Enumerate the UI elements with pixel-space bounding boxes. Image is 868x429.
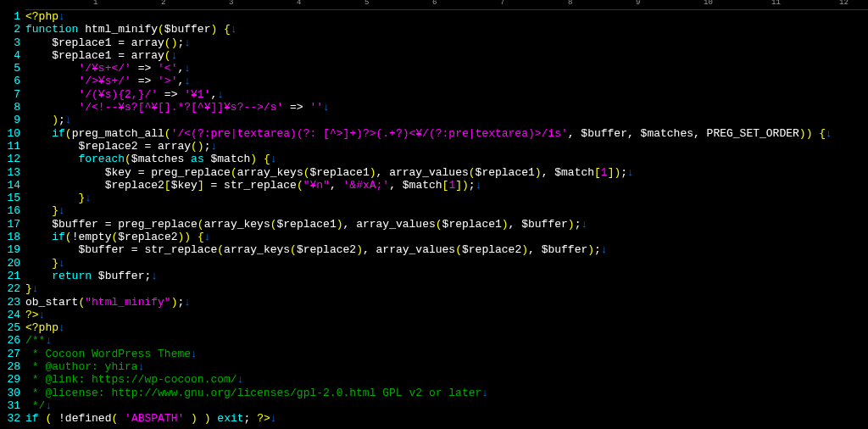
code-line[interactable]: * @link: https://wp-cocoon.com/↓ <box>25 373 868 386</box>
code-line[interactable]: * Cocoon WordPress Theme↓ <box>25 348 868 360</box>
code-line[interactable]: }↓ <box>25 257 868 270</box>
token-str: '/<!--¥s?[^¥[].*?[^¥]]¥s?-->/s' <box>78 101 283 114</box>
code-line[interactable]: $key = preg_replace(array_keys($replace1… <box>25 166 868 179</box>
token-eol: ↓ <box>58 204 65 217</box>
code-line[interactable]: }↓ <box>25 192 868 204</box>
token-eol: ↓ <box>39 309 46 321</box>
code-line[interactable]: '/(¥s){2,}/' => '¥1',↓ <box>25 88 868 101</box>
token-paren: ) <box>250 153 257 165</box>
code-line[interactable]: '/<!--¥s?[^¥[].*?[^¥]]¥s?-->/s' => ''↓ <box>25 101 868 114</box>
code-line[interactable]: return $buffer;↓ <box>25 270 868 282</box>
ruler-mark: 5 <box>364 0 369 9</box>
token-plain: = <box>138 140 158 153</box>
token-paren: ) <box>587 243 594 256</box>
token-plain: => <box>131 75 158 87</box>
code-area[interactable]: <?php↓function html_minify($buffer) {↓ $… <box>25 0 868 429</box>
token-str: '/(¥s){2,}/' <box>78 88 158 101</box>
token-plain <box>25 36 52 49</box>
code-line[interactable]: $replace2[$key] = str_replace("¥n", '&#x… <box>25 179 868 192</box>
token-var: $key <box>105 166 131 179</box>
token-func: preg_replace <box>118 218 198 231</box>
code-line[interactable]: $replace2 = array();↓ <box>25 140 868 153</box>
token-var: $buffer <box>521 218 568 231</box>
token-paren: ) <box>52 114 58 126</box>
token-plain: = <box>125 243 144 256</box>
code-line[interactable]: <?php↓ <box>25 10 868 23</box>
token-eol: ↓ <box>270 412 277 425</box>
token-var: $buffer <box>164 23 211 36</box>
token-var: $buffer <box>78 243 125 256</box>
code-line[interactable]: '/>¥s+/' => '>',↓ <box>25 75 868 87</box>
token-plain: , <box>693 127 707 140</box>
token-plain: , <box>343 218 357 231</box>
code-line[interactable]: if(preg_match_all('/<(?:pre|textarea)(?:… <box>25 127 868 140</box>
code-line[interactable]: }↓ <box>25 204 868 217</box>
token-func: array_values <box>376 243 456 256</box>
token-eol: ↓ <box>184 36 191 49</box>
code-line[interactable]: <?php↓ <box>25 321 868 334</box>
token-eol: ↓ <box>210 140 217 153</box>
token-eol: ↓ <box>191 348 198 360</box>
code-line[interactable]: $buffer = str_replace(array_keys($replac… <box>25 243 868 256</box>
token-var: $replace2 <box>297 243 356 256</box>
code-line[interactable]: foreach($matches as $match) {↓ <box>25 153 868 165</box>
token-str: "¥n" <box>303 179 330 192</box>
ruler-mark: 7 <box>500 0 504 9</box>
code-line[interactable]: if(!empty($replace2)) {↓ <box>25 231 868 243</box>
code-line[interactable]: /**↓ <box>25 334 868 347</box>
code-line[interactable]: * @author: yhira↓ <box>25 360 868 373</box>
token-plain: = <box>204 179 224 192</box>
code-line[interactable]: * @license: http://www.gnu.org/licenses/… <box>25 387 868 399</box>
token-paren: ) <box>568 218 575 231</box>
token-plain: = <box>131 166 151 179</box>
code-line[interactable]: ?>↓ <box>25 309 868 321</box>
token-var: $matches <box>641 127 693 140</box>
token-plain: = <box>111 36 131 49</box>
code-line[interactable]: );↓ <box>25 114 868 126</box>
token-eol: ↓ <box>184 296 191 309</box>
line-number: 16 <box>0 204 20 217</box>
line-number: 28 <box>0 360 20 373</box>
token-paren: } <box>52 257 58 270</box>
token-paren: ) <box>370 166 376 179</box>
token-paren: ) <box>356 243 363 256</box>
token-plain <box>118 412 125 425</box>
code-line[interactable]: $replace1 = array(↓ <box>25 49 868 62</box>
code-line[interactable]: function html_minify($buffer) {↓ <box>25 23 868 36</box>
token-paren: ( <box>158 23 164 36</box>
token-var: $match <box>211 153 251 165</box>
token-eol: ↓ <box>184 62 191 75</box>
code-line[interactable]: ob_start("html_minify");↓ <box>25 296 868 309</box>
token-cmt: /** <box>25 334 45 347</box>
token-paren: ( <box>198 218 204 231</box>
code-line[interactable]: }↓ <box>25 282 868 295</box>
token-cmt: */ <box>25 399 45 412</box>
code-line[interactable]: $replace1 = array();↓ <box>25 36 868 49</box>
token-var: $buffer <box>542 243 588 256</box>
token-delim: <?php <box>25 10 58 23</box>
token-paren: ( <box>65 127 72 140</box>
token-plain: , <box>542 166 555 179</box>
token-var: $buffer <box>52 218 98 231</box>
code-line[interactable]: */↓ <box>25 399 868 412</box>
line-number: 9 <box>0 114 20 126</box>
token-delim: <?php <box>25 321 58 334</box>
token-paren: } <box>25 282 32 295</box>
ruler-mark: 11 <box>771 0 781 9</box>
ruler-mark: 1 <box>93 0 97 9</box>
token-eol: ↓ <box>323 101 330 114</box>
token-str: '' <box>309 101 323 114</box>
line-number: 11 <box>0 140 20 153</box>
code-editor[interactable]: 123456789101112 123456789101112131415161… <box>0 0 868 429</box>
token-plain <box>25 153 78 165</box>
ruler-mark: 12 <box>839 0 849 9</box>
code-line[interactable]: $buffer = preg_replace(array_keys($repla… <box>25 218 868 231</box>
token-delim: ?> <box>257 412 270 425</box>
code-line[interactable]: '/¥s+</' => '<',↓ <box>25 62 868 75</box>
token-kw: return <box>52 270 92 282</box>
token-paren: ( <box>469 166 476 179</box>
ruler: 123456789101112 <box>25 0 868 10</box>
code-line[interactable]: if ( !defined( 'ABSPATH' ) ) exit; ?>↓ <box>25 412 868 425</box>
token-func: array <box>131 49 164 62</box>
token-paren: { <box>264 153 270 165</box>
